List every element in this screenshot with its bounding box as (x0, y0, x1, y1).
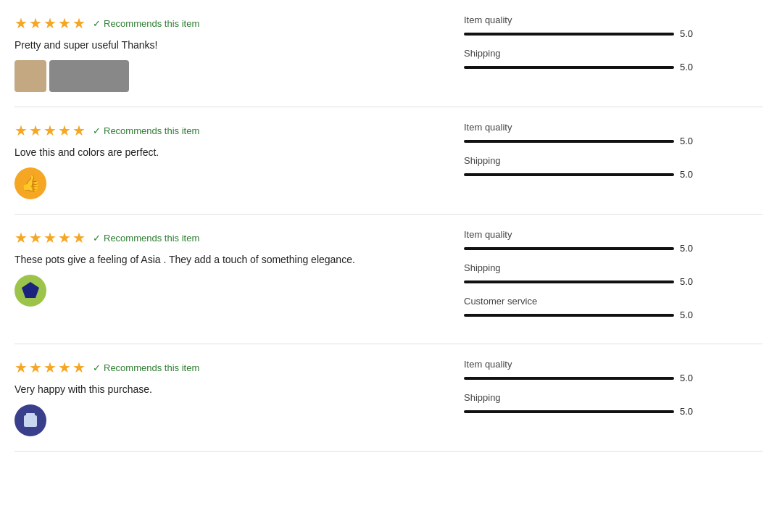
rating-label: Shipping (464, 262, 763, 273)
rating-bar-container: 5.0 (464, 406, 763, 417)
star-rating: ★★★★★ (14, 359, 86, 376)
star-icon: ★ (72, 359, 86, 376)
rating-bar (464, 33, 674, 36)
star-icon: ★ (43, 122, 57, 139)
review-item: ★★★★★✓Recommends this itemThese pots giv… (14, 215, 763, 344)
avatar (14, 60, 130, 92)
recommends-badge: ✓Recommends this item (93, 233, 199, 244)
rating-bar (464, 314, 674, 317)
rating-row: Shipping5.0 (464, 392, 763, 417)
recommends-badge: ✓Recommends this item (93, 18, 199, 29)
rating-row: Shipping5.0 (464, 48, 763, 72)
review-text: Pretty and super useful Thanks! (14, 38, 435, 53)
avatar: 👍 (14, 167, 46, 199)
rating-bar (464, 410, 674, 413)
rating-value: 5.0 (680, 169, 700, 180)
review-item: ★★★★★✓Recommends this itemLove this and … (14, 107, 763, 215)
rating-bar (464, 377, 674, 380)
star-icon: ★ (14, 229, 28, 246)
review-header: ★★★★★✓Recommends this item (14, 359, 435, 376)
review-left: ★★★★★✓Recommends this itemThese pots giv… (14, 229, 464, 329)
recommends-label: Recommends this item (104, 125, 199, 136)
star-icon: ★ (14, 14, 28, 32)
rating-bar-container: 5.0 (464, 243, 763, 254)
rating-bar-container: 5.0 (464, 62, 763, 72)
rating-value: 5.0 (680, 243, 700, 254)
rating-bar-container: 5.0 (464, 309, 763, 320)
rating-label: Item quality (464, 229, 763, 240)
star-rating: ★★★★★ (14, 229, 86, 246)
checkmark-icon: ✓ (93, 233, 101, 244)
review-header: ★★★★★✓Recommends this item (14, 229, 435, 246)
review-right: Item quality5.0Shipping5.0 (464, 122, 763, 199)
star-rating: ★★★★★ (14, 14, 86, 32)
rating-row: Item quality5.0 (464, 122, 763, 146)
rating-bar-container: 5.0 (464, 28, 763, 39)
rating-value: 5.0 (680, 28, 700, 39)
rating-row: Customer service5.0 (464, 296, 763, 320)
star-icon: ★ (29, 122, 42, 139)
review-text: Love this and colors are perfect. (14, 145, 435, 160)
star-icon: ★ (58, 359, 71, 376)
checkmark-icon: ✓ (93, 362, 101, 373)
star-icon: ★ (43, 229, 57, 246)
review-left: ★★★★★✓Recommends this itemPretty and sup… (14, 14, 464, 92)
review-right: Item quality5.0Shipping5.0 (464, 14, 763, 92)
star-icon: ★ (29, 229, 42, 246)
star-icon: ★ (72, 229, 86, 246)
rating-label: Shipping (464, 48, 763, 59)
rating-bar (464, 140, 674, 143)
svg-rect-2 (26, 413, 35, 416)
reviews-container: ★★★★★✓Recommends this itemPretty and sup… (0, 0, 777, 452)
rating-bar (464, 280, 674, 283)
rating-bar-container: 5.0 (464, 136, 763, 146)
star-icon: ★ (14, 122, 28, 139)
rating-row: Item quality5.0 (464, 359, 763, 383)
rating-value: 5.0 (680, 276, 700, 287)
rating-label: Item quality (464, 359, 763, 370)
review-header: ★★★★★✓Recommends this item (14, 14, 435, 32)
rating-bar-container: 5.0 (464, 169, 763, 180)
avatar (14, 275, 46, 307)
star-icon: ★ (58, 229, 71, 246)
rating-label: Shipping (464, 155, 763, 166)
star-icon: ★ (29, 14, 42, 32)
rating-label: Shipping (464, 392, 763, 403)
star-icon: ★ (43, 359, 57, 376)
rating-row: Item quality5.0 (464, 14, 763, 39)
rating-row: Shipping5.0 (464, 262, 763, 287)
star-icon: ★ (14, 359, 28, 376)
svg-rect-1 (24, 415, 37, 427)
avatar-image-1 (14, 60, 46, 92)
star-icon: ★ (58, 122, 71, 139)
rating-bar-container: 5.0 (464, 276, 763, 287)
star-icon: ★ (29, 359, 42, 376)
review-right: Item quality5.0Shipping5.0 (464, 359, 763, 436)
rating-row: Shipping5.0 (464, 155, 763, 180)
star-icon: ★ (72, 14, 86, 32)
recommends-label: Recommends this item (104, 18, 199, 29)
review-right: Item quality5.0Shipping5.0Customer servi… (464, 229, 763, 329)
review-header: ★★★★★✓Recommends this item (14, 122, 435, 139)
avatar-image-2 (49, 60, 129, 92)
star-rating: ★★★★★ (14, 122, 86, 139)
review-text: Very happy with this purchase. (14, 382, 435, 397)
pentagon-icon (20, 280, 41, 301)
checkmark-icon: ✓ (93, 125, 101, 136)
review-text: These pots give a feeling of Asia . They… (14, 252, 435, 267)
rating-bar (464, 66, 674, 69)
rating-value: 5.0 (680, 136, 700, 146)
recommends-label: Recommends this item (104, 362, 199, 373)
rating-bar (464, 247, 674, 250)
checkmark-icon: ✓ (93, 18, 101, 29)
star-icon: ★ (72, 122, 86, 139)
star-icon: ★ (58, 14, 71, 32)
rating-bar (464, 173, 674, 176)
avatar (14, 404, 46, 436)
rating-row: Item quality5.0 (464, 229, 763, 254)
rating-label: Item quality (464, 122, 763, 133)
rating-value: 5.0 (680, 62, 700, 72)
review-left: ★★★★★✓Recommends this itemLove this and … (14, 122, 464, 199)
rating-value: 5.0 (680, 309, 700, 320)
rating-label: Customer service (464, 296, 763, 307)
